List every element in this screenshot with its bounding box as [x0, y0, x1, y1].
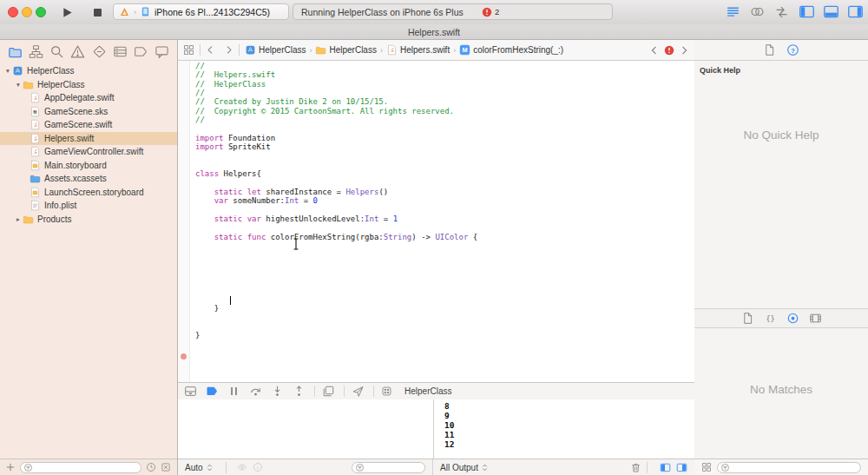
file-row-helperclass[interactable]: ▾HelperClass — [0, 64, 177, 78]
variables-filter-field[interactable] — [352, 462, 425, 473]
forward-icon[interactable] — [224, 45, 233, 55]
variables-scope-popup[interactable]: Auto — [185, 463, 214, 472]
disclosure-triangle[interactable]: ▾ — [14, 81, 23, 89]
line-error-indicator[interactable] — [181, 353, 187, 360]
console-view[interactable]: 89101112 — [433, 399, 694, 459]
jumpbar-item[interactable]: McolorFromHexString(_:) — [459, 44, 563, 56]
insertion-caret — [230, 296, 231, 305]
project-navigator-icon[interactable] — [8, 44, 23, 59]
variables-view[interactable] — [178, 399, 433, 459]
grid-view-icon[interactable] — [701, 462, 712, 472]
divider — [226, 462, 227, 473]
error-badge-icon[interactable] — [664, 45, 674, 56]
storyboard-file-icon — [30, 187, 41, 198]
assets-file-icon — [30, 173, 41, 184]
related-items-icon[interactable] — [183, 44, 194, 56]
file-row-gameviewcontroller-swift[interactable]: GameViewController.swift — [0, 145, 177, 159]
add-icon[interactable] — [5, 462, 16, 472]
toolbar: › iPhone 6s Pl...2413C294C5) Running Hel… — [0, 0, 868, 25]
swift-file-icon — [30, 92, 41, 103]
hide-debug-area-icon[interactable] — [184, 385, 197, 398]
output-filter-label: All Output — [440, 463, 478, 472]
zoom-window-button[interactable] — [36, 7, 46, 17]
forward-icon[interactable] — [679, 45, 689, 56]
navigator-panel: ▾HelperClass▾HelperClassAppDelegate.swif… — [0, 40, 178, 475]
code-snippets-icon[interactable]: {} — [764, 312, 777, 325]
file-row-assets-xcassets[interactable]: Assets.xcassets — [0, 172, 177, 186]
find-navigator-icon[interactable] — [49, 44, 64, 59]
process-chip[interactable]: HelperClass — [381, 386, 451, 397]
trash-icon[interactable] — [630, 462, 641, 473]
file-row-info-plist[interactable]: Info.plist — [0, 199, 177, 213]
text-cursor — [293, 238, 300, 250]
file-row-appdelegate-swift[interactable]: AppDelegate.swift — [0, 91, 177, 105]
file-row-helperclass[interactable]: ▾HelperClass — [0, 78, 177, 92]
symbol-navigator-icon[interactable] — [29, 44, 43, 59]
stop-button[interactable] — [85, 3, 109, 21]
version-editor-icon[interactable] — [774, 4, 789, 19]
view-toggle-buttons — [799, 3, 864, 20]
disclosure-triangle[interactable]: ▾ — [3, 67, 12, 75]
step-over-icon[interactable] — [249, 385, 262, 398]
activity-status-window: Running HelperClass on iPhone 6s Plus 2 — [293, 3, 613, 20]
report-navigator-icon[interactable] — [155, 44, 169, 59]
quick-help-icon[interactable]: ? — [786, 43, 799, 56]
info-icon[interactable] — [253, 462, 263, 472]
file-templates-icon[interactable] — [741, 312, 754, 325]
pane-right-icon[interactable] — [676, 462, 687, 473]
file-row-launchscreen-storyboard[interactable]: LaunchScreen.storyboard — [0, 186, 177, 200]
file-row-gamescene-swift[interactable]: GameScene.swift — [0, 118, 177, 132]
navigator-panel-icon[interactable] — [799, 3, 815, 20]
popup-chevrons-icon — [480, 463, 490, 472]
view-debugger-icon[interactable] — [322, 385, 335, 398]
pause-icon[interactable] — [227, 385, 240, 398]
file-row-gamescene-sks[interactable]: GameScene.sks — [0, 105, 177, 119]
inspector-panel-icon[interactable] — [847, 3, 864, 20]
eye-icon[interactable] — [237, 462, 247, 472]
file-inspector-icon[interactable] — [763, 43, 776, 56]
simulate-location-icon[interactable] — [352, 385, 365, 398]
issue-navigator-icon[interactable] — [70, 44, 85, 59]
scheme-selector[interactable]: › iPhone 6s Pl...2413C294C5) — [113, 3, 289, 20]
swift-file-icon — [30, 119, 41, 130]
jumpbar-item[interactable]: HelperClass — [315, 44, 376, 56]
breadcrumb-separator: › — [453, 46, 456, 55]
clock-icon[interactable] — [146, 462, 156, 472]
file-row-products[interactable]: ▸Products — [0, 213, 177, 227]
back-icon[interactable] — [206, 45, 215, 55]
status-issues[interactable]: 2 — [482, 7, 499, 17]
assistant-editor-icon[interactable] — [750, 4, 765, 19]
jumpbar-item[interactable]: HelperClass — [245, 44, 306, 56]
jumpbar-item[interactable]: Helpers.swift — [386, 44, 450, 56]
filter-icon — [355, 463, 365, 472]
pane-left-icon[interactable] — [660, 462, 671, 473]
console-output-popup[interactable]: All Output — [440, 463, 490, 472]
debug-navigator-icon[interactable] — [113, 44, 128, 59]
popup-chevrons-icon — [205, 463, 214, 472]
quick-help-empty-message: No Quick Help — [694, 129, 868, 142]
debug-panel-icon[interactable] — [823, 3, 839, 20]
close-window-button[interactable] — [8, 7, 18, 17]
minimize-window-button[interactable] — [22, 7, 32, 17]
disclosure-triangle[interactable]: ▸ — [14, 215, 23, 223]
step-out-icon[interactable] — [293, 385, 306, 398]
source-code-editor[interactable]: //// Helpers.swift// HelperClass//// Cre… — [178, 61, 694, 382]
navigator-filter-field[interactable] — [20, 462, 141, 473]
step-into-icon[interactable] — [271, 385, 284, 398]
breakpoint-navigator-icon[interactable] — [134, 44, 148, 59]
file-row-helpers-swift[interactable]: Helpers.swift — [0, 132, 177, 146]
plist-file-icon — [30, 200, 41, 211]
method-icon: M — [459, 44, 470, 56]
file-row-main-storyboard[interactable]: Main.storyboard — [0, 159, 177, 173]
media-library-icon[interactable] — [809, 312, 822, 325]
flag-box-icon[interactable] — [161, 462, 171, 472]
standard-editor-icon[interactable] — [726, 4, 740, 19]
run-button[interactable] — [55, 3, 79, 21]
breakpoints-icon[interactable] — [206, 385, 219, 398]
back-icon[interactable] — [649, 45, 660, 56]
project-icon — [245, 44, 256, 56]
object-library-icon[interactable] — [786, 312, 799, 325]
test-navigator-icon[interactable] — [92, 44, 107, 59]
library-filter-field[interactable] — [717, 462, 861, 473]
storyboard-file-icon — [30, 160, 41, 171]
